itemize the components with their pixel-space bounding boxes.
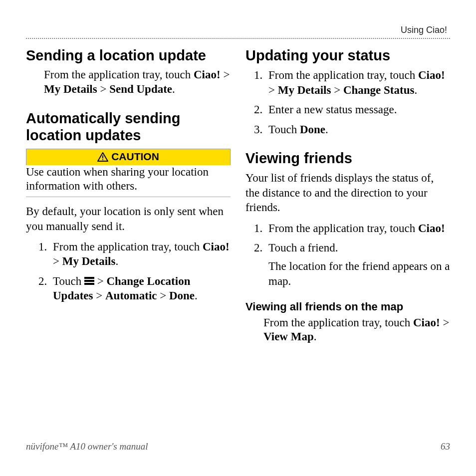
sep: > [440,316,450,329]
all-friends-map-body: From the application tray, touch Ciao! >… [263,316,450,345]
heading-auto-updates: Automatically sending location updates [26,110,231,144]
list-item: From the application tray, touch Ciao! >… [265,68,450,97]
ui-path: My Details [62,255,116,267]
ui-path: Ciao! [194,68,221,81]
caution-body: Use caution when sharing your location i… [26,165,231,198]
sep: > [53,255,62,267]
ui-path: Ciao! [418,69,445,81]
text: . [314,330,317,343]
step-result: The location for the friend appears on a… [268,259,450,288]
ui-path: Ciao! [413,316,440,329]
friends-intro: Your list of friends displays the status… [245,171,450,215]
text: . [414,84,417,96]
sending-location-body: From the application tray, touch Ciao! >… [44,68,231,97]
sep: > [94,275,106,287]
text: From the application tray, touch [268,222,418,235]
sep: > [97,83,109,95]
ui-path: Send Update [109,83,172,95]
ui-path: Done [300,123,325,136]
list-item: Touch Done. [265,122,450,137]
sep: > [157,289,169,302]
heading-sending-location: Sending a location update [26,47,231,64]
text: . [195,289,198,302]
heading-updating-status: Updating your status [245,47,450,64]
caution-label: CAUTION [111,151,159,163]
left-column: Sending a location update From the appli… [26,47,231,344]
text: . [325,123,328,136]
menu-icon [84,276,94,286]
list-item: From the application tray, touch Ciao! >… [50,239,231,269]
list-item: Touch a friend. The location for the fri… [265,240,450,288]
ui-path: Automatic [105,289,157,302]
ui-path: Ciao! [418,222,445,235]
content-columns: Sending a location update From the appli… [26,47,450,344]
ui-path: My Details [44,83,97,95]
text: Touch a friend. [268,241,338,254]
text: From the application tray, touch [53,240,203,253]
caution-banner: CAUTION [26,149,231,165]
list-item: Touch > Change Location Updates > Automa… [50,274,231,303]
text: . [115,255,118,267]
status-steps: From the application tray, touch Ciao! >… [265,68,450,137]
running-header: Using Ciao! [401,25,447,35]
sep: > [331,84,343,96]
svg-rect-1 [102,159,103,160]
right-column: Updating your status From the applicatio… [245,47,450,344]
ui-path: View Map [263,330,314,343]
svg-rect-0 [102,155,103,158]
ui-path: Ciao! [203,240,230,253]
manual-title: nüvifone™ A10 owner's manual [26,441,148,452]
page-footer: nüvifone™ A10 owner's manual 63 [26,441,450,452]
heading-all-friends-map: Viewing all friends on the map [245,300,450,313]
text: From the application tray, touch [263,316,413,329]
ui-path: Change Status [343,84,415,96]
list-item: Enter a new status message. [265,102,450,117]
page-number: 63 [441,441,450,452]
ui-path: My Details [278,84,331,96]
auto-steps: From the application tray, touch Ciao! >… [50,239,231,303]
list-item: From the application tray, touch Ciao! [265,221,450,236]
auto-default-body: By default, your location is only sent w… [26,204,231,234]
warning-triangle-icon [97,152,108,162]
sep: > [268,84,278,96]
view-friends-steps: From the application tray, touch Ciao! T… [265,221,450,289]
ui-path: Done [169,289,195,302]
text: From the application tray, touch [44,68,194,81]
sep: > [93,289,105,302]
text: . [172,83,175,95]
text: Touch [268,123,300,136]
text: Touch [53,275,84,287]
text: From the application tray, touch [268,69,418,81]
header-rule [26,38,450,39]
heading-viewing-friends: Viewing friends [245,150,450,167]
sep: > [221,68,230,81]
